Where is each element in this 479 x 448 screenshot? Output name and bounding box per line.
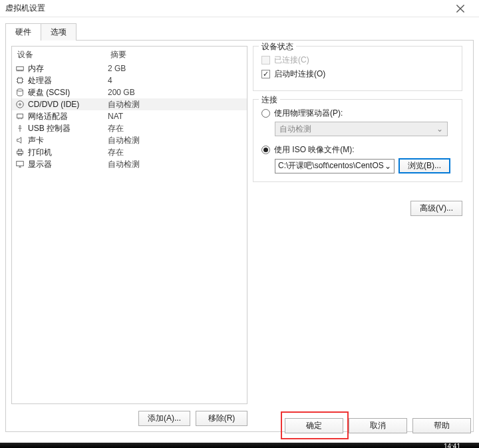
use-iso-radio-row[interactable]: 使用 ISO 映像文件(M): xyxy=(261,144,454,156)
device-label: 打印机 xyxy=(28,147,108,158)
taskbar-time: 14:41 xyxy=(444,443,460,448)
svg-point-4 xyxy=(19,104,21,106)
physical-drive-value: 自动检测 xyxy=(279,124,311,135)
advanced-button[interactable]: 高级(V)... xyxy=(410,201,462,216)
connect-poweron-checkbox[interactable] xyxy=(261,70,270,78)
device-row-printer[interactable]: 打印机 存在 xyxy=(12,146,247,158)
device-summary: 自动检测 xyxy=(108,159,247,170)
header-summary: 摘要 xyxy=(110,49,241,60)
content-area: 设备 摘要 内存 2 GB 处理器 4 硬盘 (SCSI) 200 GB CD/… xyxy=(5,40,474,432)
device-label: 声卡 xyxy=(28,135,108,146)
cpu-icon xyxy=(15,75,25,86)
device-row-sound[interactable]: 声卡 自动检测 xyxy=(12,134,247,146)
device-label: 处理器 xyxy=(28,75,108,86)
svg-point-3 xyxy=(17,101,24,108)
tab-hardware[interactable]: 硬件 xyxy=(5,23,41,41)
device-label: USB 控制器 xyxy=(28,123,108,134)
device-summary: 2 GB xyxy=(108,64,247,73)
device-row-disk[interactable]: 硬盘 (SCSI) 200 GB xyxy=(12,86,247,98)
connected-checkbox xyxy=(261,56,270,64)
remove-device-button[interactable]: 移除(R) xyxy=(196,411,247,426)
sound-icon xyxy=(15,135,25,146)
header-device: 设备 xyxy=(17,49,110,60)
device-summary: 自动检测 xyxy=(108,135,247,146)
device-row-cddvd[interactable]: CD/DVD (IDE) 自动检测 xyxy=(12,98,247,110)
device-label: 显示器 xyxy=(28,159,108,170)
cancel-button[interactable]: 取消 xyxy=(349,418,407,433)
connect-poweron-checkbox-row[interactable]: 启动时连接(O) xyxy=(261,68,454,80)
device-label: CD/DVD (IDE) xyxy=(28,100,108,109)
display-icon xyxy=(15,159,25,169)
chevron-down-icon: ⌄ xyxy=(385,162,391,171)
physical-drive-dropdown: 自动检测 ⌄ xyxy=(275,122,448,136)
close-button[interactable] xyxy=(447,1,474,17)
dialog-footer: 确定 取消 帮助 xyxy=(285,418,471,433)
iso-row: C:\开课吧\soft\centos\CentOS ⌄ 浏览(B)... xyxy=(275,158,454,173)
window-title: 虚拟机设置 xyxy=(5,3,45,14)
device-row-nic[interactable]: 网络适配器 NAT xyxy=(12,110,247,122)
use-iso-radio[interactable] xyxy=(261,146,270,154)
disc-icon xyxy=(15,99,25,110)
memory-icon xyxy=(15,63,25,74)
connected-checkbox-row[interactable]: 已连接(C) xyxy=(261,55,454,66)
device-summary: 200 GB xyxy=(108,88,247,97)
title-bar: 虚拟机设置 xyxy=(0,0,479,17)
use-physical-label: 使用物理驱动器(P): xyxy=(274,108,343,119)
close-icon xyxy=(456,4,465,13)
taskbar: 14:41 xyxy=(0,443,479,448)
device-list: 设备 摘要 内存 2 GB 处理器 4 硬盘 (SCSI) 200 GB CD/… xyxy=(11,46,247,404)
connection-group: 连接 使用物理驱动器(P): 自动检测 ⌄ 使用 ISO 映像文件(M): C:… xyxy=(253,99,462,182)
add-device-button[interactable]: 添加(A)... xyxy=(138,411,190,426)
device-row-display[interactable]: 显示器 自动检测 xyxy=(12,158,247,170)
device-label: 网络适配器 xyxy=(28,111,108,122)
svg-rect-5 xyxy=(17,114,23,118)
device-label: 内存 xyxy=(28,63,108,74)
settings-panel: 设备状态 已连接(C) 启动时连接(O) 连接 使用物理驱动器(P): 自动检测… xyxy=(247,46,468,426)
device-label: 硬盘 (SCSI) xyxy=(28,87,108,98)
device-summary: 存在 xyxy=(108,123,247,134)
chevron-down-icon: ⌄ xyxy=(436,124,443,134)
svg-point-2 xyxy=(17,89,23,92)
disk-icon xyxy=(15,87,25,98)
use-iso-label: 使用 ISO 映像文件(M): xyxy=(274,144,355,156)
connect-poweron-label: 启动时连接(O) xyxy=(274,68,325,80)
device-summary: NAT xyxy=(108,112,247,121)
usb-icon xyxy=(15,123,25,134)
device-status-title: 设备状态 xyxy=(259,41,296,53)
printer-icon xyxy=(15,147,25,158)
iso-path-dropdown[interactable]: C:\开课吧\soft\centos\CentOS ⌄ xyxy=(275,159,395,173)
device-header: 设备 摘要 xyxy=(12,47,247,62)
svg-rect-0 xyxy=(17,66,24,70)
advanced-row: 高级(V)... xyxy=(253,201,462,216)
svg-rect-9 xyxy=(17,162,24,166)
tab-bar: 硬件 选项 xyxy=(0,17,479,40)
device-summary: 自动检测 xyxy=(108,99,247,110)
svg-rect-7 xyxy=(18,150,21,152)
svg-rect-1 xyxy=(18,78,23,83)
use-physical-radio[interactable] xyxy=(261,109,270,118)
connected-label: 已连接(C) xyxy=(274,55,309,66)
ok-button[interactable]: 确定 xyxy=(285,418,343,433)
use-physical-radio-row[interactable]: 使用物理驱动器(P): xyxy=(261,108,454,119)
device-row-memory[interactable]: 内存 2 GB xyxy=(12,62,247,74)
device-summary: 存在 xyxy=(108,147,247,158)
device-status-group: 设备状态 已连接(C) 启动时连接(O) xyxy=(253,46,462,91)
connection-title: 连接 xyxy=(259,94,280,106)
browse-button[interactable]: 浏览(B)... xyxy=(399,158,450,173)
nic-icon xyxy=(15,111,25,122)
tab-options[interactable]: 选项 xyxy=(41,23,77,41)
iso-path-value: C:\开课吧\soft\centos\CentOS xyxy=(278,160,384,171)
device-buttons: 添加(A)... 移除(R) xyxy=(11,404,247,426)
device-row-cpu[interactable]: 处理器 4 xyxy=(12,74,247,86)
device-summary: 4 xyxy=(108,76,247,85)
device-panel: 设备 摘要 内存 2 GB 处理器 4 硬盘 (SCSI) 200 GB CD/… xyxy=(11,46,247,426)
help-button[interactable]: 帮助 xyxy=(412,418,471,433)
device-row-usb[interactable]: USB 控制器 存在 xyxy=(12,122,247,134)
